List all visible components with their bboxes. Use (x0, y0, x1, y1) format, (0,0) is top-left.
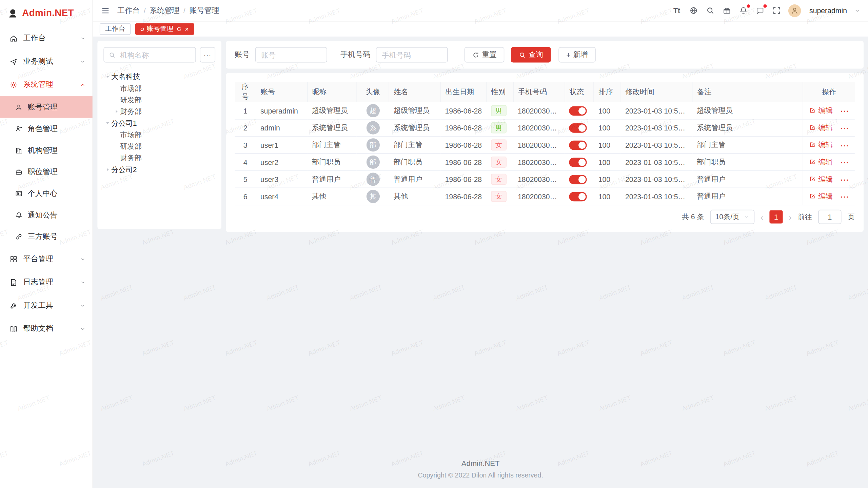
phone-input[interactable] (376, 47, 448, 63)
tree-node[interactable]: 财务部 (103, 152, 215, 164)
chevron-down-icon (80, 279, 86, 285)
edit-button[interactable]: 编辑 (809, 174, 833, 184)
refresh-icon[interactable] (176, 26, 182, 32)
cell-remark: 系统管理员 (692, 119, 803, 137)
sidebar-item-system-management[interactable]: 系统管理 (0, 73, 93, 97)
account-input[interactable] (255, 47, 327, 63)
sidebar-item-third-party-account[interactable]: 三方账号 (0, 226, 93, 247)
row-more-button[interactable]: ··· (841, 142, 849, 150)
sidebar-item-workbench[interactable]: 工作台 (0, 26, 93, 50)
fullscreen-icon[interactable] (772, 6, 781, 15)
page-number-button[interactable]: 1 (769, 210, 783, 223)
cell-status (565, 136, 594, 154)
gift-icon[interactable] (722, 6, 731, 15)
edit-button[interactable]: 编辑 (809, 191, 833, 201)
page-unit-label: 页 (848, 212, 855, 222)
sidebar-item-label: 平台管理 (23, 254, 80, 264)
tree-node[interactable]: 市场部 (103, 82, 215, 94)
org-search-input[interactable] (119, 50, 191, 60)
cell-sort: 100 (594, 102, 621, 119)
search-icon (519, 51, 526, 58)
sidebar-item-position-management[interactable]: 职位管理 (0, 161, 93, 183)
app-title: Admin.NET (22, 8, 74, 19)
status-toggle[interactable] (569, 106, 587, 116)
org-more-button[interactable]: ··· (200, 47, 215, 63)
edit-button[interactable]: 编辑 (809, 140, 833, 150)
cell-birthday: 1986-06-28 (440, 119, 486, 137)
message-badge (764, 4, 767, 7)
close-icon[interactable]: × (185, 26, 189, 33)
edit-icon (809, 107, 816, 114)
status-toggle[interactable] (569, 123, 587, 133)
status-toggle[interactable] (569, 158, 587, 167)
chevron-down-icon (744, 214, 749, 220)
status-toggle[interactable] (569, 140, 587, 150)
caret-right-icon[interactable] (103, 166, 111, 174)
caret-down-icon[interactable] (103, 73, 111, 81)
sidebar-item-personal-center[interactable]: 个人中心 (0, 183, 93, 204)
sidebar-item-platform-management[interactable]: 平台管理 (0, 247, 93, 271)
accounts-table-card: 序号 账号 昵称 头像 姓名 出生日期 性别 手机号码 状态 (226, 73, 864, 232)
sidebar-item-notice[interactable]: 通知公告 (0, 204, 93, 226)
page-size-select[interactable]: 10条/页 (710, 210, 755, 224)
message-icon[interactable] (755, 6, 765, 15)
edit-button[interactable]: 编辑 (809, 157, 833, 167)
username[interactable]: superadmin (809, 6, 847, 15)
row-more-button[interactable]: ··· (841, 159, 849, 167)
tab-account-management[interactable]: 账号管理 × (135, 23, 194, 35)
tab-workbench[interactable]: 工作台 (100, 23, 131, 35)
sidebar-item-org-management[interactable]: 机构管理 (0, 139, 93, 161)
filter-bar: 账号 手机号码 重置 查询 (226, 41, 864, 69)
row-more-button[interactable]: ··· (841, 176, 849, 184)
edit-button[interactable]: 编辑 (809, 123, 833, 133)
document-icon (9, 278, 18, 286)
sidebar-item-help-docs[interactable]: 帮助文档 (0, 317, 93, 341)
cell-modified-time: 2023-01-03 10:59:44 (621, 171, 692, 188)
role-icon (15, 125, 23, 133)
cell-remark: 部门主管 (692, 136, 803, 154)
caret-down-icon[interactable] (103, 119, 111, 127)
row-more-button[interactable]: ··· (841, 107, 849, 116)
tree-node[interactable]: 研发部 (103, 141, 215, 152)
prev-page-button[interactable]: ‹ (761, 212, 763, 222)
font-size-icon[interactable]: Tt (672, 6, 682, 15)
globe-icon[interactable] (689, 6, 698, 15)
goto-page-input[interactable] (818, 210, 842, 224)
avatar[interactable] (788, 4, 801, 17)
status-toggle[interactable] (569, 175, 587, 184)
row-more-button[interactable]: ··· (841, 193, 849, 201)
sidebar-item-log-management[interactable]: 日志管理 (0, 270, 93, 294)
table-row: 1 superadmin 超级管理员 超 超级管理员 1986-06-28 男 … (235, 102, 855, 119)
sidebar-item-account-management[interactable]: 账号管理 (0, 96, 93, 118)
hamburger-menu-icon[interactable] (101, 6, 110, 15)
bell-icon[interactable] (738, 6, 748, 15)
table-row: 2 admin 系统管理员 系 系统管理员 1986-06-28 男 18020… (235, 119, 855, 137)
sidebar-item-role-management[interactable]: 角色管理 (0, 118, 93, 140)
tree-node[interactable]: 财务部 (103, 106, 215, 117)
row-more-button[interactable]: ··· (841, 125, 849, 133)
search-button[interactable]: 查询 (511, 47, 551, 63)
edit-button[interactable]: 编辑 (809, 105, 833, 115)
tree-node[interactable]: 大名科技 (103, 71, 215, 82)
tree-node[interactable]: 研发部 (103, 94, 215, 106)
tree-node-label: 分公司2 (111, 165, 137, 175)
breadcrumb-item[interactable]: 工作台 (117, 5, 140, 15)
cell-index: 2 (235, 119, 256, 137)
breadcrumb-item[interactable]: 系统管理 (150, 5, 179, 15)
chevron-down-icon[interactable] (854, 7, 860, 14)
sidebar-item-dev-tools[interactable]: 开发工具 (0, 294, 93, 317)
avatar: 部 (366, 156, 379, 169)
footer-title: Admin.NET (97, 459, 864, 467)
status-toggle[interactable] (569, 192, 587, 201)
search-icon[interactable] (705, 6, 715, 15)
add-button[interactable]: + 新增 (558, 47, 595, 63)
tree-node[interactable]: 分公司2 (103, 164, 215, 175)
caret-right-icon[interactable] (112, 108, 120, 116)
next-page-button[interactable]: › (789, 212, 792, 222)
tree-node[interactable]: 分公司1 (103, 117, 215, 129)
tree-node[interactable]: 市场部 (103, 129, 215, 140)
avatar: 系 (366, 121, 379, 135)
sidebar-item-business-test[interactable]: 业务测试 (0, 50, 93, 73)
cell-modified-time: 2023-01-03 10:59:44 (621, 154, 692, 171)
reset-button[interactable]: 重置 (465, 47, 505, 63)
